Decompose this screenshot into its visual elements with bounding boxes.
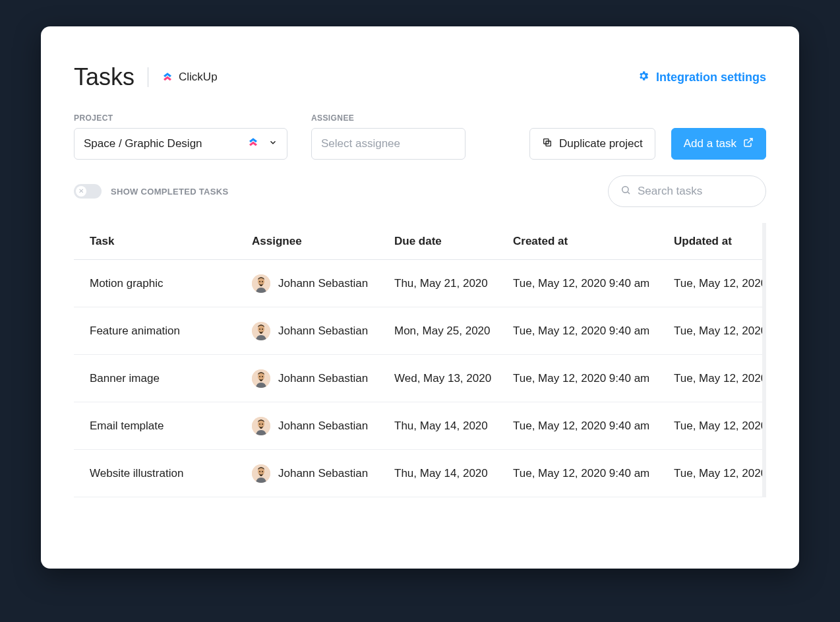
cell-due: Mon, May 25, 2020: [388, 325, 506, 338]
settings-link-label: Integration settings: [656, 71, 766, 84]
avatar: [252, 322, 270, 340]
cell-assignee: Johann Sebastian: [245, 322, 388, 340]
search-tasks[interactable]: [608, 175, 766, 207]
svg-point-3: [622, 186, 628, 192]
table-row[interactable]: Motion graphicJohann SebastianThu, May 2…: [74, 260, 766, 307]
add-task-label: Add a task: [684, 137, 736, 150]
external-link-icon: [743, 137, 754, 151]
filters-row: PROJECT Space / Graphic Design ASSIGNEE …: [74, 113, 766, 160]
table-header: Task Assignee Due date Created at Update…: [74, 223, 766, 260]
clickup-icon: [162, 71, 173, 83]
assignee-name: Johann Sebastian: [278, 420, 368, 433]
cell-updated: Tue, May 12, 2020 9:40 am: [667, 325, 766, 338]
svg-point-22: [258, 468, 264, 476]
col-updated: Updated at: [667, 235, 766, 248]
filters-actions: Duplicate project Add a task: [529, 128, 766, 160]
page-title: Tasks: [74, 63, 135, 91]
svg-point-6: [258, 278, 264, 286]
cell-created: Tue, May 12, 2020 9:40 am: [506, 467, 667, 480]
cell-updated: Tue, May 12, 2020 9:40 am: [667, 467, 766, 480]
assignee-name: Johann Sebastian: [278, 467, 368, 480]
brand-name: ClickUp: [179, 71, 218, 84]
avatar: [252, 464, 270, 483]
assignee-select[interactable]: Select assignee: [311, 128, 465, 160]
table-row[interactable]: Website illustrationJohann SebastianThu,…: [74, 450, 766, 497]
svg-point-15: [259, 376, 260, 377]
panel-header: Tasks ClickUp Integration settings: [74, 63, 766, 91]
project-field: PROJECT Space / Graphic Design: [74, 113, 287, 160]
avatar: [252, 417, 270, 435]
assignee-label: ASSIGNEE: [311, 113, 465, 123]
svg-point-16: [262, 376, 263, 377]
table-row[interactable]: Email templateJohann SebastianThu, May 1…: [74, 402, 766, 450]
cell-created: Tue, May 12, 2020 9:40 am: [506, 325, 667, 338]
svg-point-23: [259, 471, 260, 472]
avatar: [252, 274, 270, 293]
col-assignee: Assignee: [245, 235, 388, 248]
svg-point-8: [262, 281, 263, 282]
cell-task: Banner image: [74, 372, 245, 385]
svg-point-10: [258, 325, 264, 333]
assignee-name: Johann Sebastian: [278, 325, 368, 338]
divider: [148, 67, 148, 87]
svg-point-20: [262, 423, 263, 425]
cell-created: Tue, May 12, 2020 9:40 am: [506, 420, 667, 433]
project-label: PROJECT: [74, 113, 287, 123]
project-value: Space / Graphic Design: [84, 137, 202, 150]
assignee-field: ASSIGNEE Select assignee: [311, 113, 465, 160]
cell-task: Motion graphic: [74, 277, 245, 290]
cell-created: Tue, May 12, 2020 9:40 am: [506, 277, 667, 290]
col-due: Due date: [388, 235, 506, 248]
table-row[interactable]: Banner imageJohann SebastianWed, May 13,…: [74, 355, 766, 402]
show-completed-toggle[interactable]: ✕: [74, 184, 102, 199]
cell-due: Thu, May 14, 2020: [388, 467, 506, 480]
show-completed-toggle-wrap: ✕ SHOW COMPLETED TASKS: [74, 184, 228, 199]
chevron-down-icon: [268, 137, 278, 150]
svg-point-24: [262, 471, 263, 472]
project-select[interactable]: Space / Graphic Design: [74, 128, 287, 160]
scrollbar[interactable]: [762, 223, 766, 497]
assignee-name: Johann Sebastian: [278, 277, 368, 290]
header-left: Tasks ClickUp: [74, 63, 218, 91]
svg-point-7: [259, 281, 260, 282]
tasks-table: Task Assignee Due date Created at Update…: [74, 223, 766, 497]
svg-point-12: [262, 328, 263, 330]
clickup-icon: [247, 137, 259, 152]
cell-updated: Tue, May 12, 2020 9:40 am: [667, 372, 766, 385]
toggle-knob: ✕: [76, 186, 86, 197]
integration-settings-link[interactable]: Integration settings: [638, 70, 766, 85]
svg-point-11: [259, 328, 260, 330]
svg-line-4: [628, 192, 630, 194]
search-icon: [620, 185, 631, 199]
svg-point-14: [258, 373, 264, 381]
table-row[interactable]: Feature animationJohann SebastianMon, Ma…: [74, 307, 766, 355]
cell-due: Thu, May 14, 2020: [388, 420, 506, 433]
duplicate-label: Duplicate project: [559, 137, 643, 150]
secondary-row: ✕ SHOW COMPLETED TASKS: [74, 175, 766, 207]
integration-brand: ClickUp: [162, 71, 218, 84]
cell-task: Email template: [74, 420, 245, 433]
add-task-button[interactable]: Add a task: [671, 128, 766, 160]
cell-assignee: Johann Sebastian: [245, 464, 388, 483]
col-created: Created at: [506, 235, 667, 248]
assignee-name: Johann Sebastian: [278, 372, 368, 385]
col-task: Task: [74, 235, 245, 248]
avatar: [252, 369, 270, 388]
cell-assignee: Johann Sebastian: [245, 417, 388, 435]
cell-due: Wed, May 13, 2020: [388, 372, 506, 385]
cell-updated: Tue, May 12, 2020 9:40 am: [667, 420, 766, 433]
svg-line-2: [748, 139, 752, 143]
cell-assignee: Johann Sebastian: [245, 369, 388, 388]
close-icon: ✕: [78, 188, 84, 195]
cell-due: Thu, May 21, 2020: [388, 277, 506, 290]
duplicate-project-button[interactable]: Duplicate project: [529, 128, 655, 160]
cell-created: Tue, May 12, 2020 9:40 am: [506, 372, 667, 385]
cell-updated: Tue, May 12, 2020 9:40 am: [667, 277, 766, 290]
svg-point-19: [259, 423, 260, 425]
cell-task: Feature animation: [74, 325, 245, 338]
svg-point-18: [258, 420, 264, 428]
search-input[interactable]: [638, 185, 777, 198]
assignee-placeholder: Select assignee: [321, 137, 400, 150]
cell-assignee: Johann Sebastian: [245, 274, 388, 293]
cell-task: Website illustration: [74, 467, 245, 480]
